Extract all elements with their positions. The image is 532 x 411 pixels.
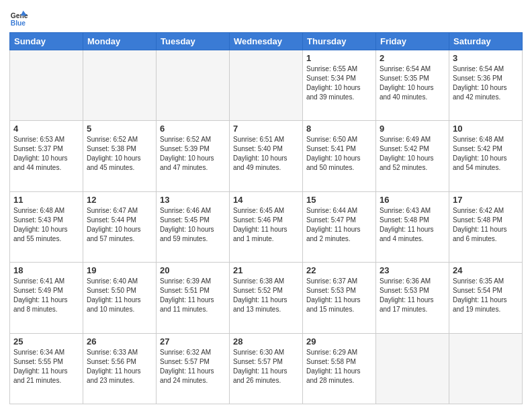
day-number: 8 bbox=[306, 124, 372, 134]
day-info: Sunrise: 6:35 AM Sunset: 5:54 PM Dayligh… bbox=[453, 277, 519, 314]
calendar-body: 1Sunrise: 6:55 AM Sunset: 5:34 PM Daylig… bbox=[10, 50, 523, 404]
day-info: Sunrise: 6:54 AM Sunset: 5:35 PM Dayligh… bbox=[380, 64, 445, 102]
day-header-tuesday: Tuesday bbox=[157, 33, 230, 50]
calendar-cell bbox=[157, 50, 230, 121]
day-header-saturday: Saturday bbox=[449, 33, 523, 50]
day-number: 29 bbox=[306, 336, 372, 347]
day-info: Sunrise: 6:41 AM Sunset: 5:49 PM Dayligh… bbox=[13, 277, 79, 314]
calendar-cell: 6Sunrise: 6:52 AM Sunset: 5:39 PM Daylig… bbox=[157, 121, 230, 191]
day-number: 27 bbox=[160, 336, 226, 347]
day-info: Sunrise: 6:50 AM Sunset: 5:41 PM Dayligh… bbox=[306, 135, 372, 173]
calendar-cell: 16Sunrise: 6:43 AM Sunset: 5:48 PM Dayli… bbox=[376, 191, 449, 262]
day-info: Sunrise: 6:33 AM Sunset: 5:56 PM Dayligh… bbox=[87, 348, 152, 385]
day-number: 20 bbox=[160, 265, 226, 275]
day-header-thursday: Thursday bbox=[303, 33, 376, 50]
calendar-cell: 22Sunrise: 6:37 AM Sunset: 5:53 PM Dayli… bbox=[303, 263, 376, 333]
day-info: Sunrise: 6:44 AM Sunset: 5:47 PM Dayligh… bbox=[306, 206, 372, 244]
calendar-cell: 13Sunrise: 6:46 AM Sunset: 5:45 PM Dayli… bbox=[157, 191, 230, 262]
day-number: 26 bbox=[87, 336, 152, 347]
day-number: 16 bbox=[380, 195, 445, 205]
day-number: 19 bbox=[87, 265, 152, 275]
calendar-cell: 29Sunrise: 6:29 AM Sunset: 5:58 PM Dayli… bbox=[303, 333, 376, 404]
day-header-sunday: Sunday bbox=[10, 33, 83, 50]
calendar-cell bbox=[230, 50, 303, 121]
day-info: Sunrise: 6:30 AM Sunset: 5:57 PM Dayligh… bbox=[233, 348, 299, 385]
svg-text:General: General bbox=[11, 12, 28, 19]
day-number: 9 bbox=[380, 124, 445, 134]
day-info: Sunrise: 6:49 AM Sunset: 5:42 PM Dayligh… bbox=[380, 135, 445, 173]
calendar-cell: 17Sunrise: 6:42 AM Sunset: 5:48 PM Dayli… bbox=[449, 191, 523, 262]
day-number: 17 bbox=[453, 195, 519, 205]
day-header-monday: Monday bbox=[83, 33, 157, 50]
day-number: 21 bbox=[233, 265, 299, 275]
calendar-cell bbox=[449, 333, 523, 404]
calendar-cell: 21Sunrise: 6:38 AM Sunset: 5:52 PM Dayli… bbox=[230, 263, 303, 333]
week-row-4: 25Sunrise: 6:34 AM Sunset: 5:55 PM Dayli… bbox=[10, 333, 523, 404]
day-info: Sunrise: 6:53 AM Sunset: 5:37 PM Dayligh… bbox=[13, 135, 79, 173]
day-number: 2 bbox=[380, 53, 445, 63]
day-number: 14 bbox=[233, 195, 299, 205]
logo: General Blue bbox=[9, 9, 28, 28]
header: General Blue bbox=[9, 7, 523, 28]
day-header-friday: Friday bbox=[376, 33, 449, 50]
day-number: 18 bbox=[13, 265, 79, 275]
calendar-cell: 23Sunrise: 6:36 AM Sunset: 5:53 PM Dayli… bbox=[376, 263, 449, 333]
calendar-cell: 24Sunrise: 6:35 AM Sunset: 5:54 PM Dayli… bbox=[449, 263, 523, 333]
day-info: Sunrise: 6:32 AM Sunset: 5:57 PM Dayligh… bbox=[160, 348, 226, 385]
day-info: Sunrise: 6:29 AM Sunset: 5:58 PM Dayligh… bbox=[306, 348, 372, 385]
day-info: Sunrise: 6:52 AM Sunset: 5:38 PM Dayligh… bbox=[87, 135, 152, 173]
day-info: Sunrise: 6:48 AM Sunset: 5:42 PM Dayligh… bbox=[453, 135, 519, 173]
calendar-cell: 14Sunrise: 6:45 AM Sunset: 5:46 PM Dayli… bbox=[230, 191, 303, 262]
calendar-cell: 2Sunrise: 6:54 AM Sunset: 5:35 PM Daylig… bbox=[376, 50, 449, 121]
day-info: Sunrise: 6:43 AM Sunset: 5:48 PM Dayligh… bbox=[380, 206, 445, 244]
calendar-table: SundayMondayTuesdayWednesdayThursdayFrid… bbox=[9, 32, 523, 404]
calendar-cell: 12Sunrise: 6:47 AM Sunset: 5:44 PM Dayli… bbox=[83, 191, 157, 262]
day-info: Sunrise: 6:42 AM Sunset: 5:48 PM Dayligh… bbox=[453, 206, 519, 244]
day-number: 28 bbox=[233, 336, 299, 347]
calendar-cell: 8Sunrise: 6:50 AM Sunset: 5:41 PM Daylig… bbox=[303, 121, 376, 191]
day-info: Sunrise: 6:38 AM Sunset: 5:52 PM Dayligh… bbox=[233, 277, 299, 314]
day-info: Sunrise: 6:52 AM Sunset: 5:39 PM Dayligh… bbox=[160, 135, 226, 173]
day-number: 24 bbox=[453, 265, 519, 275]
days-header-row: SundayMondayTuesdayWednesdayThursdayFrid… bbox=[10, 33, 523, 50]
calendar-cell: 5Sunrise: 6:52 AM Sunset: 5:38 PM Daylig… bbox=[83, 121, 157, 191]
day-info: Sunrise: 6:37 AM Sunset: 5:53 PM Dayligh… bbox=[306, 277, 372, 314]
calendar-cell bbox=[10, 50, 83, 121]
day-number: 23 bbox=[380, 265, 445, 275]
calendar-cell: 19Sunrise: 6:40 AM Sunset: 5:50 PM Dayli… bbox=[83, 263, 157, 333]
day-info: Sunrise: 6:36 AM Sunset: 5:53 PM Dayligh… bbox=[380, 277, 445, 314]
week-row-1: 4Sunrise: 6:53 AM Sunset: 5:37 PM Daylig… bbox=[10, 121, 523, 191]
day-header-wednesday: Wednesday bbox=[230, 33, 303, 50]
calendar-cell: 4Sunrise: 6:53 AM Sunset: 5:37 PM Daylig… bbox=[10, 121, 83, 191]
day-info: Sunrise: 6:55 AM Sunset: 5:34 PM Dayligh… bbox=[306, 64, 372, 102]
calendar-cell: 26Sunrise: 6:33 AM Sunset: 5:56 PM Dayli… bbox=[83, 333, 157, 404]
day-number: 12 bbox=[87, 195, 152, 205]
day-number: 4 bbox=[13, 124, 79, 134]
day-number: 15 bbox=[306, 195, 372, 205]
calendar-cell bbox=[376, 333, 449, 404]
day-info: Sunrise: 6:54 AM Sunset: 5:36 PM Dayligh… bbox=[453, 64, 519, 102]
day-number: 13 bbox=[160, 195, 226, 205]
calendar-cell: 9Sunrise: 6:49 AM Sunset: 5:42 PM Daylig… bbox=[376, 121, 449, 191]
calendar-cell: 25Sunrise: 6:34 AM Sunset: 5:55 PM Dayli… bbox=[10, 333, 83, 404]
calendar-cell: 10Sunrise: 6:48 AM Sunset: 5:42 PM Dayli… bbox=[449, 121, 523, 191]
day-info: Sunrise: 6:46 AM Sunset: 5:45 PM Dayligh… bbox=[160, 206, 226, 244]
calendar-cell bbox=[83, 50, 157, 121]
calendar-cell: 15Sunrise: 6:44 AM Sunset: 5:47 PM Dayli… bbox=[303, 191, 376, 262]
page: General Blue SundayMondayTuesdayWednesda… bbox=[0, 0, 532, 411]
day-info: Sunrise: 6:39 AM Sunset: 5:51 PM Dayligh… bbox=[160, 277, 226, 314]
day-number: 25 bbox=[13, 336, 79, 347]
day-number: 22 bbox=[306, 265, 372, 275]
day-info: Sunrise: 6:45 AM Sunset: 5:46 PM Dayligh… bbox=[233, 206, 299, 244]
calendar-cell: 3Sunrise: 6:54 AM Sunset: 5:36 PM Daylig… bbox=[449, 50, 523, 121]
calendar-cell: 20Sunrise: 6:39 AM Sunset: 5:51 PM Dayli… bbox=[157, 263, 230, 333]
calendar-cell: 18Sunrise: 6:41 AM Sunset: 5:49 PM Dayli… bbox=[10, 263, 83, 333]
day-number: 5 bbox=[87, 124, 152, 134]
day-info: Sunrise: 6:34 AM Sunset: 5:55 PM Dayligh… bbox=[13, 348, 79, 385]
day-info: Sunrise: 6:47 AM Sunset: 5:44 PM Dayligh… bbox=[87, 206, 152, 244]
calendar-cell: 27Sunrise: 6:32 AM Sunset: 5:57 PM Dayli… bbox=[157, 333, 230, 404]
week-row-0: 1Sunrise: 6:55 AM Sunset: 5:34 PM Daylig… bbox=[10, 50, 523, 121]
week-row-2: 11Sunrise: 6:48 AM Sunset: 5:43 PM Dayli… bbox=[10, 191, 523, 262]
calendar-cell: 7Sunrise: 6:51 AM Sunset: 5:40 PM Daylig… bbox=[230, 121, 303, 191]
day-number: 11 bbox=[13, 195, 79, 205]
